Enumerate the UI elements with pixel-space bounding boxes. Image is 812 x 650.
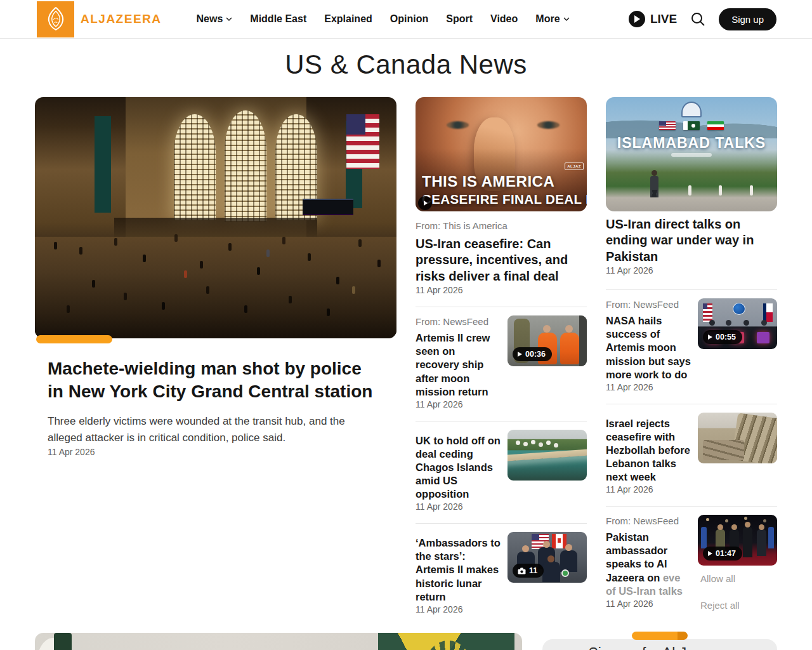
article-date: 11 Apr 2026 xyxy=(606,599,653,609)
live-button[interactable]: LIVE xyxy=(629,11,677,27)
article-thumbnail[interactable]: 00:36 xyxy=(508,315,587,366)
news-grid: Machete-wielding man shot by police in N… xyxy=(0,97,812,615)
lead-article-image[interactable] xyxy=(35,97,396,338)
highlight-bar xyxy=(36,335,112,343)
aljazeera-logo[interactable]: ALJAZEERA xyxy=(37,1,162,37)
portrait-art xyxy=(447,121,469,129)
article-headline[interactable]: UK to hold off on deal ceding Chagos Isl… xyxy=(416,434,501,501)
article-date: 11 Apr 2026 xyxy=(416,604,462,614)
nav-item-middle-east[interactable]: Middle East xyxy=(250,13,306,25)
article-headline[interactable]: ‘Ambassadors to the stars’: Artemis II m… xyxy=(416,536,501,604)
article-headline[interactable]: Israel rejects ceasefire with Hezbollah … xyxy=(606,417,691,484)
screen-art xyxy=(757,332,769,343)
portrait-art xyxy=(537,121,560,129)
divider xyxy=(606,404,777,404)
plush-toy-art xyxy=(561,569,569,577)
article-thumbnail[interactable] xyxy=(508,430,587,481)
newsletter-signup-card[interactable]: Sign up for Al Jazeera xyxy=(542,639,777,650)
panelists-art xyxy=(709,320,715,326)
lead-headline[interactable]: Machete-wielding man shot by police in N… xyxy=(48,357,377,404)
iran-flag-art xyxy=(707,121,724,130)
nav-item-more[interactable]: More xyxy=(535,13,569,25)
article-thumbnail[interactable] xyxy=(698,413,777,463)
texas-flag-art xyxy=(763,303,773,322)
video-title-overlay: THIS IS AMERICA CEASEFIRE FINAL DEAL RIS… xyxy=(422,173,587,207)
aljazeera-flame-icon xyxy=(37,1,74,37)
search-icon[interactable] xyxy=(690,11,706,27)
video-article: ALJAZ THIS IS AMERICA CEASEFIRE FINAL DE… xyxy=(416,97,587,296)
video-duration-badge: 00:36 xyxy=(513,347,552,361)
excavator-art xyxy=(712,444,719,448)
article-date: 11 Apr 2026 xyxy=(416,399,462,409)
divider xyxy=(416,421,587,421)
brand-wordmark: ALJAZEERA xyxy=(81,12,162,26)
header-actions: LIVE Sign up xyxy=(629,8,776,30)
departure-board-art xyxy=(303,199,353,216)
divider xyxy=(606,289,777,290)
us-flag-art xyxy=(346,114,379,169)
play-icon xyxy=(518,352,522,357)
green-yellow-pattern-art xyxy=(378,633,514,650)
play-icon xyxy=(629,11,645,27)
nav-item-explained[interactable]: Explained xyxy=(324,13,372,25)
highlight-bar xyxy=(632,632,688,640)
article-headline[interactable]: Artemis II crew seen on recovery ship af… xyxy=(416,331,501,399)
lead-article: Machete-wielding man shot by police in N… xyxy=(35,97,396,615)
astronaut-art xyxy=(542,562,560,582)
canada-flag-art xyxy=(552,534,566,548)
kicker-link[interactable]: From: NewsFeed xyxy=(416,316,501,327)
article-headline[interactable]: Pakistan ambassador speaks to Al Jazeera… xyxy=(606,531,691,598)
arched-window-art xyxy=(225,110,266,222)
nav-item-sport[interactable]: Sport xyxy=(446,13,473,25)
bollard-art xyxy=(688,185,691,196)
list-item: From: NewsFeed NASA hails success of Art… xyxy=(606,298,777,393)
kicker-link[interactable]: From: NewsFeed xyxy=(606,299,691,310)
article-thumbnail[interactable]: 00:55 xyxy=(698,298,777,349)
article-headline[interactable]: US-Iran direct talks on ending war under… xyxy=(606,216,777,265)
signup-button[interactable]: Sign up xyxy=(719,8,776,30)
video-article-image[interactable]: ALJAZ THIS IS AMERICA CEASEFIRE FINAL DE… xyxy=(416,97,587,211)
consent-reject-all-link[interactable]: Reject all xyxy=(700,600,777,611)
bottom-article-image[interactable] xyxy=(35,633,522,650)
article-headline[interactable]: US-Iran ceasefire: Can pressure, incenti… xyxy=(416,236,587,284)
monument-art xyxy=(681,102,702,117)
billboard-subtext-art xyxy=(671,153,712,157)
play-icon[interactable] xyxy=(418,196,432,210)
billboard-title: ISLAMABAD TALKS xyxy=(606,135,777,152)
play-icon xyxy=(708,551,712,556)
kicker-link[interactable]: From: NewsFeed xyxy=(606,515,691,526)
top-article: ISLAMABAD TALKS US-Iran direct talks on … xyxy=(606,97,777,276)
article-date: 11 Apr 2026 xyxy=(606,382,653,392)
signup-card-title: Sign up for Al Jazeera xyxy=(542,639,777,650)
guard-art xyxy=(768,527,774,548)
article-date: 11 Apr 2026 xyxy=(416,501,462,512)
article-date: 11 Apr 2026 xyxy=(606,484,653,494)
guard-art xyxy=(701,527,707,548)
arched-window-art xyxy=(174,114,216,220)
top-article-image[interactable]: ISLAMABAD TALKS xyxy=(606,97,777,211)
nav-item-opinion[interactable]: Opinion xyxy=(390,13,428,25)
crowd-art xyxy=(54,242,57,249)
site-header: ALJAZEERA News Middle East Explained Opi… xyxy=(0,0,812,39)
station-floor-art xyxy=(35,237,396,338)
us-flag-art xyxy=(659,121,676,130)
lead-excerpt: Three elderly victims were wounded at th… xyxy=(48,413,365,447)
us-flag-art xyxy=(703,303,712,322)
camera-icon xyxy=(518,567,526,574)
article-thumbnail[interactable]: 11 xyxy=(508,532,587,583)
divider xyxy=(606,506,777,507)
official-art xyxy=(757,529,766,556)
nav-item-video[interactable]: Video xyxy=(490,13,518,25)
kicker-link[interactable]: From: This is America xyxy=(416,220,587,231)
article-thumbnail[interactable]: 01:47 xyxy=(698,515,777,566)
decor-art xyxy=(54,633,72,650)
bollard-art xyxy=(719,185,722,196)
article-headline[interactable]: NASA hails success of Artemis moon missi… xyxy=(606,314,691,381)
list-item: Israel rejects ceasefire with Hezbollah … xyxy=(606,413,777,496)
column-right: ISLAMABAD TALKS US-Iran direct talks on … xyxy=(606,97,777,615)
nav-item-news[interactable]: News xyxy=(197,13,233,25)
bollard-art xyxy=(750,185,753,196)
column-middle: ALJAZ THIS IS AMERICA CEASEFIRE FINAL DE… xyxy=(416,97,587,615)
consent-allow-all-link[interactable]: Allow all xyxy=(700,573,777,584)
divider xyxy=(416,523,587,524)
